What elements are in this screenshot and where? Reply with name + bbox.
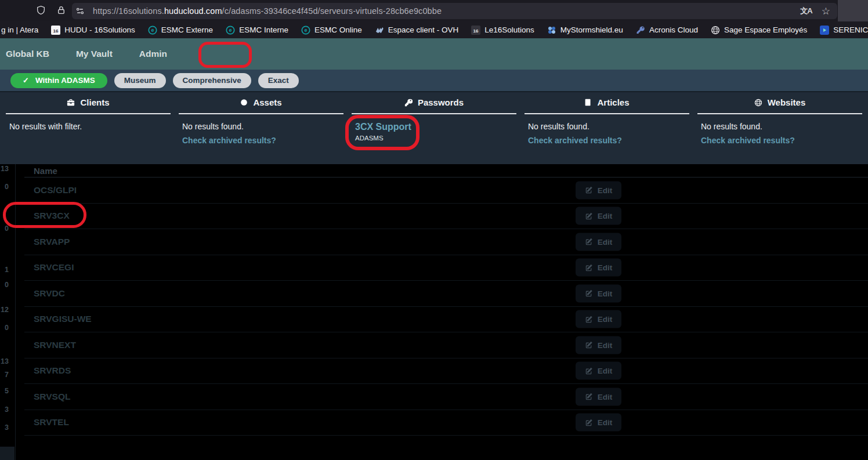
asset-name-link[interactable]: SRV3CX	[34, 211, 70, 221]
edit-icon	[585, 238, 593, 246]
assets-table: Name OCS/GLPIEditSRV3CXEditSRVAPPEditSRV…	[24, 164, 868, 436]
results-column-clients: ClientsNo results with filter.	[6, 97, 171, 145]
bookmark-label: Espace client - OVH	[388, 26, 459, 34]
edit-button[interactable]: Edit	[576, 233, 621, 251]
hudu16-icon: 16	[51, 26, 60, 35]
edit-icon	[585, 263, 593, 271]
edit-button[interactable]: Edit	[576, 207, 621, 225]
results-column-title: Websites	[768, 97, 806, 107]
sidebar-count-badge: 0	[0, 224, 9, 233]
url-path: /c/adasms-39346ce4f45d/serveurs-virtuels…	[222, 6, 442, 16]
filter-chip-exact[interactable]: Exact	[258, 73, 299, 88]
filter-chip-museum[interactable]: Museum	[114, 73, 166, 88]
serenicity-icon	[820, 26, 829, 35]
check-archived-link[interactable]: Check archived results?	[701, 136, 859, 145]
bookmark-esmc-externe[interactable]: eESMC Externe	[142, 26, 219, 35]
results-column-passwords: Passwords3CX SupportADASMS	[352, 97, 516, 145]
bookmark-esmc-online[interactable]: eESMC Online	[295, 26, 368, 35]
svg-text:e: e	[229, 27, 232, 33]
check-archived-link[interactable]: Check archived results?	[182, 136, 340, 145]
table-row-srvtel: SRVTELEdit	[24, 410, 868, 436]
bookmark-serenicity-detoxio[interactable]: SERENICITY-Detoxio	[813, 26, 868, 35]
asset-name-link[interactable]: SRVGISU-WE	[34, 314, 92, 324]
edit-button[interactable]: Edit	[576, 259, 621, 277]
edit-button-label: Edit	[598, 186, 613, 194]
bookmark-esmc-interne[interactable]: eESMC Interne	[219, 26, 295, 35]
permissions-icon[interactable]	[75, 6, 85, 16]
bookmark-mystormshield-eu[interactable]: MyStormshield.eu	[541, 26, 630, 35]
briefcase-icon	[67, 99, 75, 107]
results-column-header: Articles	[525, 97, 689, 114]
nav-item-global-kb[interactable]: Global KB	[6, 49, 49, 59]
bookmark-acronis-cloud[interactable]: Acronis Cloud	[630, 26, 704, 35]
filter-chip-label: Museum	[124, 76, 156, 85]
browser-toolbar: https://16solutions.huducloud.com/c/adas…	[0, 0, 868, 21]
results-column-title: Assets	[253, 97, 281, 107]
edit-button[interactable]: Edit	[576, 362, 621, 380]
edit-button[interactable]: Edit	[576, 414, 621, 432]
table-row-ocs-glpi: OCS/GLPIEdit	[24, 178, 868, 204]
bookmark-label: HUDU - 16Solutions	[64, 26, 135, 34]
edit-button[interactable]: Edit	[576, 181, 621, 199]
password-result-title[interactable]: 3CX Support	[355, 122, 513, 132]
tracking-shield-icon[interactable]	[36, 5, 46, 15]
edit-button[interactable]: Edit	[576, 336, 621, 354]
bookmark-espace-client-ovh[interactable]: Espace client - OVH	[368, 26, 465, 35]
page-background: 13001012013753310 Name OCS/GLPIEditSRV3C…	[0, 164, 868, 460]
acronis-key-icon	[636, 26, 645, 35]
bookmark-label: Acronis Cloud	[649, 26, 698, 34]
sidebar-divider	[15, 164, 16, 460]
eset-icon: e	[148, 26, 157, 35]
url-text: https://16solutions.huducloud.com/c/adas…	[93, 6, 442, 16]
edit-icon	[585, 418, 593, 426]
bookmark-g-in-atera[interactable]: g in | Atera	[0, 26, 45, 34]
bookmark-star-icon[interactable]: ☆	[822, 6, 830, 16]
edit-button[interactable]: Edit	[576, 310, 621, 328]
results-column-websites: WebsitesNo results found.Check archived …	[697, 97, 862, 145]
asset-name-link[interactable]: OCS/GLPI	[34, 185, 77, 195]
edit-button-label: Edit	[598, 289, 613, 298]
url-domain: huducloud.com	[164, 6, 222, 16]
edit-icon	[585, 186, 593, 194]
edit-icon	[585, 341, 593, 349]
results-column-header: Assets	[179, 97, 343, 114]
asset-name-link[interactable]: SRVCEGI	[34, 262, 74, 273]
edit-icon	[585, 315, 593, 323]
sidebar-count-badge: 0	[0, 183, 9, 191]
asset-name-link[interactable]: SRVTEL	[34, 417, 69, 428]
translate-icon[interactable]: 文A	[800, 6, 812, 16]
lock-icon[interactable]	[56, 5, 66, 15]
nav-item-admin[interactable]: Admin	[139, 49, 167, 59]
eset-icon: e	[226, 26, 235, 35]
edit-icon	[585, 212, 593, 220]
asset-name-link[interactable]: SRVAPP	[34, 237, 70, 247]
sidebar-count-badge: 0	[0, 324, 9, 332]
edit-button[interactable]: Edit	[576, 284, 621, 302]
check-archived-link[interactable]: Check archived results?	[528, 136, 686, 145]
table-row-srvcegi: SRVCEGIEdit	[24, 255, 868, 281]
sidebar-count-badge: 13	[0, 165, 9, 173]
edit-button[interactable]: Edit	[576, 387, 621, 405]
filter-chip-label: Exact	[268, 76, 289, 85]
asset-name-link[interactable]: SRVRDS	[34, 365, 71, 376]
url-bar[interactable]: https://16solutions.huducloud.com/c/adas…	[72, 3, 837, 19]
table-row-srvnext: SRVNEXTEdit	[24, 332, 868, 358]
bookmark-hudu-16solutions[interactable]: 16HUDU - 16Solutions	[45, 26, 142, 35]
bookmark-sage-espace-employ-s[interactable]: Sage Espace Employés	[704, 26, 813, 35]
edit-icon	[585, 289, 593, 298]
results-column-header: Websites	[697, 97, 862, 114]
eset-icon: e	[301, 26, 310, 35]
filter-chip-comprehensive[interactable]: Comprehensive	[173, 73, 251, 88]
asset-name-link[interactable]: SRVDC	[34, 288, 65, 299]
asset-name-link[interactable]: SRVNEXT	[34, 340, 76, 350]
bookmark-le16solutions[interactable]: 16Le16Solutions	[465, 26, 541, 35]
search-results-panel: ClientsNo results with filter.AssetsNo r…	[0, 91, 868, 164]
filter-chip-within-adasms[interactable]: ✓Within ADASMS	[10, 73, 107, 88]
asset-name-link[interactable]: SRVSQL	[34, 392, 70, 402]
nav-item-my-vault[interactable]: My Vault	[76, 49, 113, 59]
asset-circle-icon	[240, 99, 248, 106]
partial-sidebar-element	[0, 447, 15, 460]
sidebar-count-badge: 3	[0, 423, 9, 432]
sidebar-count-badge: 1	[0, 266, 9, 274]
app-navbar: Global KBMy VaultAdmin 3CX	[0, 38, 868, 70]
